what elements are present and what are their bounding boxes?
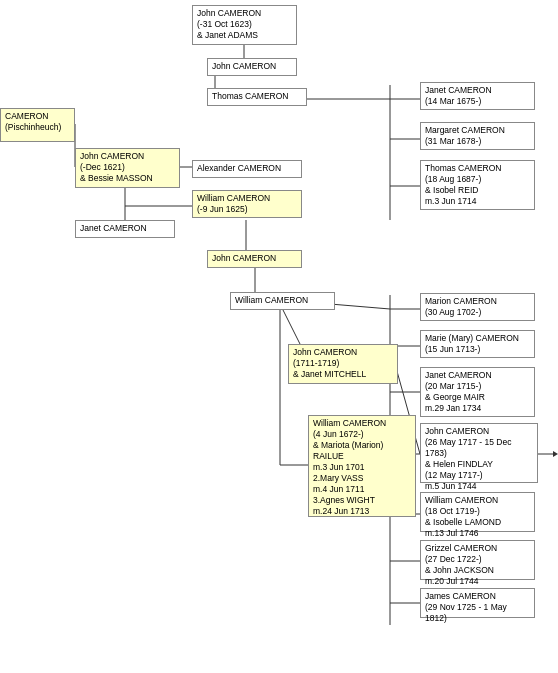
marie-node: Marie (Mary) CAMERON (15 Jun 1713-) bbox=[420, 330, 535, 358]
janet3-label: Janet CAMERON (20 Mar 1715-) & George MA… bbox=[425, 370, 492, 413]
margaret-label: Margaret CAMERON (31 Mar 1678-) bbox=[425, 125, 505, 146]
svg-marker-32 bbox=[553, 451, 558, 457]
john2-node: John CAMERON bbox=[207, 58, 297, 76]
thomas2-label: Thomas CAMERON (18 Aug 1687-) & Isobel R… bbox=[425, 163, 502, 206]
john1-label: John CAMERON (-31 Oct 1623) & Janet ADAM… bbox=[197, 8, 261, 40]
margaret-node: Margaret CAMERON (31 Mar 1678-) bbox=[420, 122, 535, 150]
john6-label: John CAMERON (26 May 1717 - 15 Dec 1783)… bbox=[425, 426, 514, 491]
james-node: James CAMERON (29 Nov 1725 - 1 May 1812) bbox=[420, 588, 535, 618]
thomas2-node: Thomas CAMERON (18 Aug 1687-) & Isobel R… bbox=[420, 160, 535, 210]
thomas-node: Thomas CAMERON bbox=[207, 88, 307, 106]
william1-label: William CAMERON (-9 Jun 1625) bbox=[197, 193, 270, 214]
william4-node: William CAMERON (18 Oct 1719-) & Isobell… bbox=[420, 492, 535, 532]
john2-label: John CAMERON bbox=[212, 61, 276, 71]
john6-node: John CAMERON (26 May 1717 - 15 Dec 1783)… bbox=[420, 423, 538, 483]
alexander-label: Alexander CAMERON bbox=[197, 163, 281, 173]
james-label: James CAMERON (29 Nov 1725 - 1 May 1812) bbox=[425, 591, 509, 623]
john5-label: John CAMERON (1711-1719) & Janet MITCHEL… bbox=[293, 347, 366, 379]
john5-node: John CAMERON (1711-1719) & Janet MITCHEL… bbox=[288, 344, 398, 384]
william2-label: William CAMERON bbox=[235, 295, 308, 305]
marion-node: Marion CAMERON (30 Aug 1702-) bbox=[420, 293, 535, 321]
william3-node: William CAMERON (4 Jun 1672-) & Mariota … bbox=[308, 415, 416, 517]
svg-line-21 bbox=[330, 304, 390, 309]
root-node: CAMERON (Pischinheuch) bbox=[0, 108, 75, 142]
john3-label: John CAMERON (-Dec 1621) & Bessie MASSON bbox=[80, 151, 153, 183]
janet1-label: Janet CAMERON (14 Mar 1675-) bbox=[425, 85, 492, 106]
william2-node: William CAMERON bbox=[230, 292, 335, 310]
william1-node: William CAMERON (-9 Jun 1625) bbox=[192, 190, 302, 218]
john4-node: John CAMERON bbox=[207, 250, 302, 268]
john3-node: John CAMERON (-Dec 1621) & Bessie MASSON bbox=[75, 148, 180, 188]
thomas-label: Thomas CAMERON bbox=[212, 91, 289, 101]
root-label: CAMERON (Pischinheuch) bbox=[5, 111, 61, 132]
william3-label: William CAMERON (4 Jun 1672-) & Mariota … bbox=[313, 418, 386, 516]
marion-label: Marion CAMERON (30 Aug 1702-) bbox=[425, 296, 497, 317]
grizzel-label: Grizzel CAMERON (27 Dec 1722-) & John JA… bbox=[425, 543, 497, 586]
john4-label: John CAMERON bbox=[212, 253, 276, 263]
john1-node: John CAMERON (-31 Oct 1623) & Janet ADAM… bbox=[192, 5, 297, 45]
tree-container: CAMERON (Pischinheuch) John CAMERON (-31… bbox=[0, 0, 558, 673]
janet2-node: Janet CAMERON bbox=[75, 220, 175, 238]
janet1-node: Janet CAMERON (14 Mar 1675-) bbox=[420, 82, 535, 110]
janet2-label: Janet CAMERON bbox=[80, 223, 147, 233]
marie-label: Marie (Mary) CAMERON (15 Jun 1713-) bbox=[425, 333, 519, 354]
alexander-node: Alexander CAMERON bbox=[192, 160, 302, 178]
william4-label: William CAMERON (18 Oct 1719-) & Isobell… bbox=[425, 495, 501, 538]
grizzel-node: Grizzel CAMERON (27 Dec 1722-) & John JA… bbox=[420, 540, 535, 580]
janet3-node: Janet CAMERON (20 Mar 1715-) & George MA… bbox=[420, 367, 535, 417]
